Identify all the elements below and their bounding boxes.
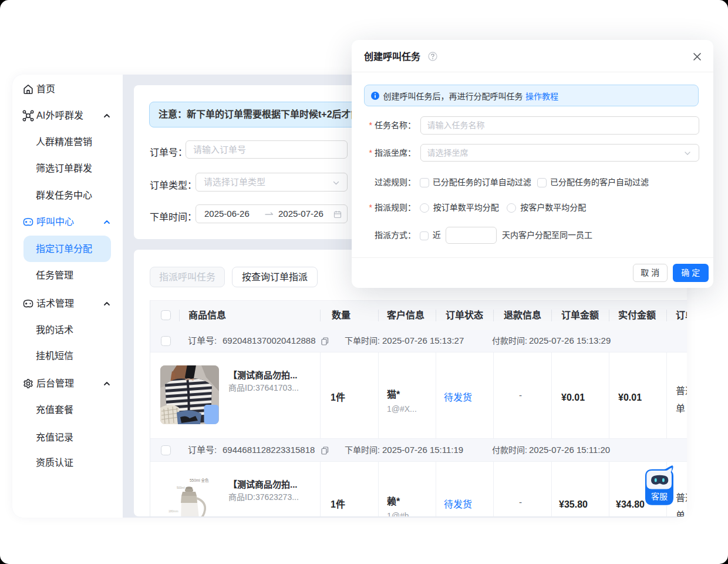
svg-text:180mm: 180mm xyxy=(168,509,178,513)
svg-text:客服: 客服 xyxy=(651,492,668,501)
svg-text:500ml: 500ml xyxy=(177,486,185,489)
svg-text:550ml 全色: 550ml 全色 xyxy=(190,478,209,482)
